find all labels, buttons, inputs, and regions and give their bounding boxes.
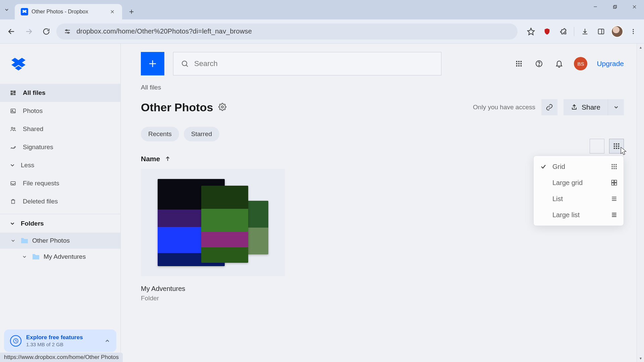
browser-tab-active[interactable]: Other Photos - Dropbox	[15, 4, 122, 19]
folder-settings-button[interactable]	[218, 103, 227, 112]
nav-file-requests[interactable]: File requests	[0, 174, 120, 192]
scroll-up-button[interactable]: ▴	[637, 44, 644, 51]
window-maximize-button[interactable]	[605, 0, 625, 13]
search-box[interactable]	[173, 52, 441, 75]
content-area: All files Other Photos Only you have acc…	[121, 84, 644, 362]
tab-search-button[interactable]	[0, 3, 13, 16]
view-option-label: Grid	[552, 163, 565, 171]
tree-item-my-adventures[interactable]: My Adventures	[0, 249, 120, 265]
folder-icon	[32, 253, 40, 260]
chip-recents[interactable]: Recents	[141, 127, 179, 141]
upgrade-link[interactable]: Upgrade	[597, 60, 624, 68]
signature-icon	[9, 143, 17, 151]
omnibox[interactable]: dropbox.com/home/Other%20Photos?di=left_…	[56, 23, 518, 40]
trash-icon	[9, 198, 17, 205]
folder-type-label: Folder	[141, 295, 285, 302]
browser-status-bar: https://www.dropbox.com/home/Other Photo…	[0, 353, 123, 362]
window-close-button[interactable]	[625, 0, 644, 13]
nav-signatures[interactable]: Signatures	[0, 138, 120, 156]
svg-rect-64	[612, 168, 613, 169]
view-toggle-checkbox[interactable]	[590, 139, 604, 154]
svg-line-36	[186, 65, 188, 67]
folder-icon	[20, 237, 29, 244]
share-button[interactable]: Share	[564, 99, 608, 115]
view-mode-button[interactable]	[609, 139, 624, 154]
chevron-down-icon	[4, 7, 9, 12]
scroll-down-button[interactable]: ▾	[637, 355, 644, 362]
folder-card[interactable]: My Adventures Folder	[141, 169, 285, 302]
nav-label: Deleted files	[23, 198, 58, 205]
check-placeholder	[540, 195, 547, 202]
side-panel-button[interactable]	[594, 25, 608, 38]
downloads-button[interactable]	[578, 25, 592, 38]
account-avatar[interactable]: BS	[574, 57, 587, 70]
gear-icon	[218, 103, 226, 111]
site-settings-button[interactable]	[63, 27, 72, 36]
photo-preview-2	[201, 186, 248, 263]
check-placeholder	[540, 211, 547, 219]
filter-chips: Recents Starred	[141, 127, 624, 141]
share-options-button[interactable]	[608, 99, 624, 115]
content-scrollbar[interactable]: ▴ ▾	[637, 44, 644, 362]
extensions-button[interactable]	[556, 25, 570, 38]
top-bar: BS Upgrade	[121, 44, 644, 84]
notifications-button[interactable]	[554, 58, 565, 69]
ublock-extension-button[interactable]	[540, 25, 554, 38]
svg-rect-43	[516, 65, 518, 67]
check-icon	[540, 163, 547, 170]
svg-rect-24	[13, 90, 16, 93]
dropbox-logo[interactable]	[0, 44, 120, 84]
view-option-grid[interactable]: Grid	[534, 159, 624, 175]
chrome-menu-button[interactable]	[627, 25, 640, 38]
chevron-down-icon	[9, 237, 17, 244]
chip-starred[interactable]: Starred	[184, 127, 219, 141]
grid-icon	[611, 163, 618, 170]
breadcrumb-all-files[interactable]: All files	[141, 84, 161, 91]
bookmark-button[interactable]	[524, 25, 538, 38]
plus-icon	[148, 59, 158, 69]
profile-button[interactable]	[610, 25, 624, 38]
svg-rect-69	[612, 183, 614, 185]
forward-button[interactable]	[21, 24, 36, 39]
svg-rect-65	[613, 168, 614, 169]
svg-point-30	[14, 128, 15, 129]
chevron-down-icon	[9, 221, 15, 227]
svg-point-48	[221, 106, 223, 108]
reload-button[interactable]	[39, 24, 54, 39]
new-tab-button[interactable]	[125, 5, 138, 18]
folder-thumbnail[interactable]	[141, 169, 285, 276]
svg-rect-18	[598, 29, 604, 34]
apps-grid-icon	[515, 60, 523, 67]
view-option-large-list[interactable]: Large list	[534, 207, 624, 223]
tree-item-other-photos[interactable]: Other Photos	[0, 233, 120, 249]
nav-deleted-files[interactable]: Deleted files	[0, 192, 120, 210]
back-button[interactable]	[4, 24, 19, 39]
browser-title-bar: Other Photos - Dropbox	[0, 0, 644, 19]
avatar-initials: BS	[577, 61, 584, 67]
folders-header[interactable]: Folders	[0, 214, 120, 233]
help-button[interactable]	[534, 58, 544, 69]
tab-close-button[interactable]	[109, 8, 116, 15]
folder-tree: Other Photos My Adventures	[0, 233, 120, 265]
arrow-right-icon	[25, 27, 33, 36]
photo-stack	[158, 179, 268, 266]
nav-shared[interactable]: Shared	[0, 120, 120, 138]
view-option-label: Large list	[552, 211, 580, 219]
window-minimize-button[interactable]	[586, 0, 605, 13]
view-option-large-grid[interactable]: Large grid	[534, 175, 624, 191]
promo-explore-free-features[interactable]: Explore free features 1.33 MB of 2 GB	[4, 329, 116, 352]
chip-label: Starred	[191, 130, 212, 138]
nav-photos[interactable]: Photos	[0, 102, 120, 120]
close-icon	[632, 4, 637, 9]
view-option-list[interactable]: List	[534, 191, 624, 207]
copy-link-button[interactable]	[541, 99, 557, 115]
clock-icon	[10, 335, 21, 347]
nav-all-files[interactable]: All files	[0, 84, 120, 102]
create-button[interactable]	[141, 52, 164, 75]
address-bar-actions	[524, 25, 640, 38]
search-input[interactable]	[194, 59, 434, 68]
app-switcher-button[interactable]	[514, 58, 524, 69]
browser-address-bar: dropbox.com/home/Other%20Photos?di=left_…	[0, 19, 644, 44]
nav-less-toggle[interactable]: Less	[0, 156, 120, 174]
svg-rect-40	[516, 63, 518, 64]
